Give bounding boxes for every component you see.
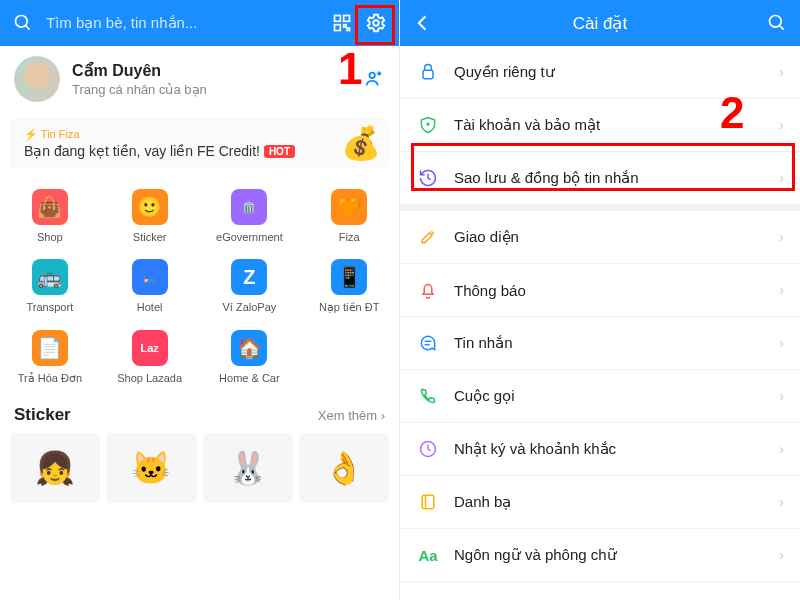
settings-item-label: Tin nhắn — [454, 334, 779, 352]
settings-item-backup[interactable]: Sao lưu & đồng bộ tin nhắn› — [400, 152, 800, 205]
svg-rect-2 — [335, 16, 341, 22]
search-input[interactable]: Tìm bạn bè, tin nhắn... — [40, 14, 325, 32]
settings-item-notif[interactable]: Thông báo› — [400, 264, 800, 317]
sticker-item[interactable]: 👌 — [299, 433, 389, 503]
utilities-grid: 👜Shop🙂Sticker🏛️eGovernment🧡Fiza🚌Transpor… — [0, 179, 399, 397]
settings-item-label: Danh bạ — [454, 493, 779, 511]
settings-item-contacts[interactable]: Danh bạ› — [400, 476, 800, 529]
settings-item-lang[interactable]: AaNgôn ngữ và phông chữ› — [400, 529, 800, 582]
settings-item-label: Tài khoản và bảo mật — [454, 116, 779, 134]
chevron-right-icon: › — [779, 335, 784, 351]
settings-list: Quyền riêng tư›Tài khoản và bảo mật›Sao … — [400, 46, 800, 582]
phone-icon — [416, 384, 440, 408]
settings-item-theme[interactable]: Giao diện› — [400, 211, 800, 264]
chevron-right-icon: › — [779, 388, 784, 404]
svg-rect-11 — [423, 70, 433, 78]
settings-screen: Cài đặt Quyền riêng tư›Tài khoản và bảo … — [400, 0, 800, 600]
settings-item-label: Nhật ký và khoảnh khắc — [454, 440, 779, 458]
settings-item-security[interactable]: Tài khoản và bảo mật› — [400, 99, 800, 152]
history-icon — [416, 166, 440, 190]
chevron-right-icon: › — [779, 282, 784, 298]
utility-shop[interactable]: 👜Shop — [0, 181, 100, 251]
settings-header: Cài đặt — [400, 0, 800, 46]
sticker-more-link[interactable]: Xem thêm › — [318, 408, 385, 423]
brush-icon — [416, 225, 440, 249]
discover-screen: Tìm bạn bè, tin nhắn... Cẩm Duyên Trang … — [0, 0, 400, 600]
settings-item-timeline[interactable]: Nhật ký và khoảnh khắc› — [400, 423, 800, 476]
hot-badge: HOT — [264, 145, 295, 158]
chevron-right-icon: › — [779, 494, 784, 510]
clock-icon — [416, 437, 440, 461]
bell-icon — [416, 278, 440, 302]
settings-icon[interactable] — [359, 6, 393, 40]
svg-point-12 — [427, 123, 429, 125]
utility-zalopay[interactable]: ZVí ZaloPay — [200, 251, 300, 322]
settings-item-label: Sao lưu & đồng bộ tin nhắn — [454, 169, 779, 187]
shield-icon — [416, 113, 440, 137]
svg-point-0 — [16, 16, 28, 28]
svg-rect-4 — [335, 25, 341, 31]
utility-topup[interactable]: 📱Nạp tiền ĐT — [299, 251, 399, 322]
settings-item-label: Cuộc gọi — [454, 387, 779, 405]
settings-item-label: Giao diện — [454, 228, 779, 246]
chevron-right-icon: › — [779, 229, 784, 245]
back-icon[interactable] — [406, 6, 440, 40]
sticker-item[interactable]: 👧 — [10, 433, 100, 503]
svg-rect-3 — [344, 16, 350, 22]
aa-icon: Aa — [416, 543, 440, 567]
profile-row[interactable]: Cẩm Duyên Trang cá nhân của bạn — [0, 46, 399, 112]
chevron-right-icon: › — [779, 64, 784, 80]
moneybag-icon: 💰 — [341, 124, 381, 162]
svg-line-10 — [780, 26, 784, 30]
settings-item-label: Quyền riêng tư — [454, 63, 779, 81]
utility-lazada[interactable]: LazShop Lazada — [100, 322, 200, 393]
svg-rect-6 — [347, 28, 350, 31]
lock-icon — [416, 60, 440, 84]
settings-item-label: Ngôn ngữ và phông chữ — [454, 546, 779, 564]
sticker-section-header: Sticker Xem thêm › — [0, 397, 399, 433]
utility-egov[interactable]: 🏛️eGovernment — [200, 181, 300, 251]
banner-text: Bạn đang kẹt tiền, vay liền FE Credit! — [24, 143, 260, 159]
settings-item-label: Thông báo — [454, 282, 779, 299]
svg-point-7 — [373, 20, 379, 26]
settings-item-privacy[interactable]: Quyền riêng tư› — [400, 46, 800, 99]
settings-item-message[interactable]: Tin nhắn› — [400, 317, 800, 370]
discover-header: Tìm bạn bè, tin nhắn... — [0, 0, 399, 46]
utility-hotel[interactable]: 🛏️Hotel — [100, 251, 200, 322]
svg-line-1 — [26, 26, 30, 30]
chevron-right-icon: › — [779, 170, 784, 186]
chevron-right-icon: › — [779, 547, 784, 563]
utility-homecar[interactable]: 🏠Home & Car — [200, 322, 300, 393]
search-icon[interactable] — [760, 6, 794, 40]
profile-subtitle: Trang cá nhân của bạn — [72, 82, 207, 97]
svg-point-9 — [770, 16, 782, 28]
banner-label: Tin Fiza — [41, 128, 80, 140]
news-banner[interactable]: ⚡ Tin Fiza Bạn đang kẹt tiền, vay liền F… — [10, 118, 389, 169]
sticker-row: 👧 🐱 🐰 👌 — [0, 433, 399, 503]
settings-title: Cài đặt — [440, 13, 760, 34]
sticker-item[interactable]: 🐱 — [106, 433, 196, 503]
chat-icon — [416, 331, 440, 355]
svg-rect-5 — [344, 25, 347, 28]
settings-item-call[interactable]: Cuộc gọi› — [400, 370, 800, 423]
qr-icon[interactable] — [325, 6, 359, 40]
utility-sticker[interactable]: 🙂Sticker — [100, 181, 200, 251]
switch-account-icon[interactable] — [363, 68, 385, 90]
book-icon — [416, 490, 440, 514]
svg-rect-16 — [422, 495, 434, 508]
utility-bill[interactable]: 📄Trả Hóa Đơn — [0, 322, 100, 393]
avatar — [14, 56, 60, 102]
search-icon[interactable] — [6, 6, 40, 40]
sticker-title: Sticker — [14, 405, 71, 425]
utility-transport[interactable]: 🚌Transport — [0, 251, 100, 322]
profile-name: Cẩm Duyên — [72, 61, 207, 80]
chevron-right-icon: › — [779, 117, 784, 133]
chevron-right-icon: › — [779, 441, 784, 457]
sticker-item[interactable]: 🐰 — [203, 433, 293, 503]
svg-point-8 — [369, 73, 375, 79]
utility-fiza[interactable]: 🧡Fiza — [299, 181, 399, 251]
